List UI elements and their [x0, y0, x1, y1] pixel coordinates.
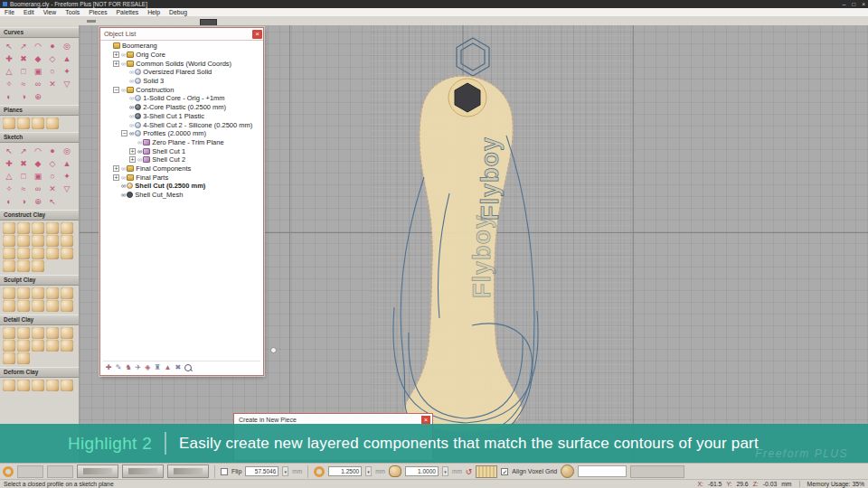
tool-icon[interactable]	[3, 380, 15, 391]
tool-icon[interactable]: △	[3, 170, 15, 182]
flip-checkbox[interactable]	[221, 468, 228, 475]
tool-icon[interactable]	[46, 340, 59, 352]
tool-icon[interactable]: ⊕	[32, 90, 44, 102]
menu-item-edit[interactable]: Edit	[19, 9, 39, 15]
offset-field[interactable]: 1.0000	[405, 466, 439, 476]
tool-icon[interactable]: ◐	[3, 195, 15, 207]
tool-icon[interactable]	[3, 260, 15, 272]
angle-spinner[interactable]: ▾	[282, 466, 288, 476]
align-voxel-grid-checkbox[interactable]: ✓	[501, 468, 508, 475]
panel-tool-icon[interactable]: ♜	[154, 364, 160, 371]
object-list-panel[interactable]: Object List × +Boomerang+∞Orig Core+∞Com…	[99, 27, 264, 376]
tool-icon[interactable]: ✕	[46, 183, 59, 194]
tool-icon[interactable]	[17, 352, 30, 364]
tool-icon[interactable]	[3, 117, 15, 129]
tree-item[interactable]: +∞Shell Cut 2	[103, 155, 260, 164]
tool-icon[interactable]	[32, 235, 44, 247]
visibility-icon[interactable]: ∞	[129, 122, 133, 128]
tool-icon[interactable]: ●	[46, 40, 59, 52]
menu-item-palettes[interactable]: Palettes	[112, 9, 144, 15]
thickness-field[interactable]: 1.2500	[328, 466, 362, 476]
tree-item[interactable]: +∞Solid 3	[103, 77, 260, 86]
close-button[interactable]: ×	[862, 1, 865, 7]
tree-item[interactable]: +∞1-Solid Core - Orig - +1mm	[103, 94, 260, 103]
tool-icon[interactable]: ≈	[17, 183, 30, 194]
tool-icon[interactable]	[61, 327, 73, 339]
tool-icon[interactable]	[61, 248, 73, 259]
tool-icon[interactable]	[32, 380, 44, 391]
tool-icon[interactable]: ◇	[46, 52, 59, 64]
tool-icon[interactable]	[17, 117, 30, 129]
toolbar-button[interactable]	[47, 465, 73, 478]
tool-icon[interactable]	[46, 300, 59, 312]
tool-icon[interactable]	[3, 300, 15, 312]
offset-spinner[interactable]: ▾	[442, 466, 448, 476]
tool-icon[interactable]	[46, 287, 59, 299]
tree-item[interactable]: +∞Orig Core	[103, 51, 260, 60]
menu-item-help[interactable]: Help	[143, 9, 165, 15]
palette-section-sketch[interactable]: Sketch	[0, 132, 79, 143]
visibility-icon[interactable]: ∞	[121, 87, 125, 93]
tree-item[interactable]: +∞2-Core Plastic (0.2500 mm)	[103, 103, 260, 112]
tool-icon[interactable]: ●	[46, 145, 59, 156]
tool-icon[interactable]	[3, 222, 15, 234]
name-field[interactable]	[578, 465, 627, 477]
palette-section-construct-clay[interactable]: Construct Clay	[0, 210, 79, 221]
panel-tool-icon[interactable]: ✎	[116, 364, 122, 371]
panel-tool-icon[interactable]: ▲	[165, 364, 172, 371]
rotate-tool-icon[interactable]: ↺	[466, 467, 473, 476]
tool-icon[interactable]: ▲	[61, 157, 73, 169]
visibility-icon[interactable]: ∞	[137, 139, 141, 145]
visibility-icon[interactable]: ∞	[121, 52, 125, 58]
tool-icon[interactable]	[46, 380, 59, 391]
tree-item[interactable]: +∞Shell Cut_Mesh	[103, 191, 260, 200]
expander-icon[interactable]: +	[129, 156, 136, 163]
expander-icon[interactable]: +	[113, 165, 119, 172]
expander-icon[interactable]: +	[113, 52, 119, 58]
close-icon[interactable]: ×	[252, 30, 262, 39]
tool-icon[interactable]	[61, 222, 73, 234]
tool-icon[interactable]	[17, 287, 30, 299]
palette-section-detail-clay[interactable]: Detail Clay	[0, 314, 79, 325]
tool-icon[interactable]: ✕	[46, 78, 59, 89]
visibility-icon[interactable]: ∞	[129, 104, 133, 110]
tool-icon[interactable]: ↗	[17, 40, 30, 52]
visibility-icon[interactable]: ∞	[129, 95, 133, 101]
tool-icon[interactable]: ▣	[32, 65, 44, 77]
tool-icon[interactable]	[3, 287, 15, 299]
tool-icon[interactable]	[61, 380, 73, 391]
panel-tool-icon[interactable]: ✈	[136, 364, 142, 371]
tool-icon[interactable]	[32, 117, 44, 129]
tool-icon[interactable]: ◠	[32, 145, 44, 156]
thumbnail-button[interactable]	[77, 465, 118, 478]
tool-icon[interactable]	[61, 340, 73, 352]
magnifier-icon[interactable]	[184, 364, 192, 371]
tree-item[interactable]: +∞Final Parts	[103, 173, 260, 182]
toolbar-button[interactable]	[630, 465, 684, 478]
tool-icon[interactable]	[3, 340, 15, 352]
tool-icon[interactable]	[17, 327, 30, 339]
tool-icon[interactable]: ✖	[17, 52, 30, 64]
tree-item[interactable]: +∞3-Shell Cut 1 Plastic	[103, 112, 260, 121]
tool-icon[interactable]: ⊕	[32, 195, 44, 207]
voxel-grid-icon[interactable]	[476, 465, 497, 478]
tool-icon[interactable]	[17, 380, 30, 391]
expander-icon[interactable]: +	[113, 174, 119, 181]
clay-tool-icon[interactable]	[389, 465, 401, 477]
tool-icon[interactable]	[46, 222, 59, 234]
ring-tool-icon[interactable]	[3, 466, 14, 477]
tool-icon[interactable]	[32, 340, 44, 352]
tool-icon[interactable]	[17, 340, 30, 352]
tree-item[interactable]: +∞Zero Plane - Trim Plane	[103, 138, 260, 147]
thickness-spinner[interactable]: ▾	[365, 466, 372, 476]
visibility-icon[interactable]: ∞	[121, 183, 125, 189]
tool-icon[interactable]	[32, 300, 44, 312]
tool-icon[interactable]: △	[3, 65, 15, 77]
object-list-titlebar[interactable]: Object List ×	[100, 28, 263, 41]
tree-item[interactable]: +∞Shell Cut 1	[103, 146, 260, 155]
tool-icon[interactable]	[32, 248, 44, 259]
tool-icon[interactable]	[17, 260, 30, 272]
tree-item[interactable]: −∞Construction	[103, 85, 260, 94]
visibility-icon[interactable]: ∞	[137, 156, 141, 163]
thumbnail-button[interactable]	[167, 465, 209, 478]
